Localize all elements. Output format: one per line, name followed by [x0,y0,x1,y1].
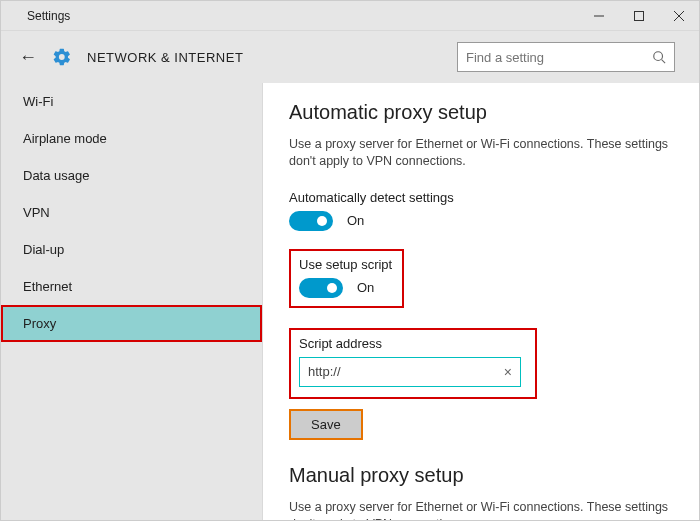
save-button-label: Save [311,417,341,432]
page-title: NETWORK & INTERNET [87,50,243,65]
sidebar-item-proxy[interactable]: Proxy [1,305,262,342]
titlebar: Settings [1,1,699,31]
auto-heading: Automatic proxy setup [289,101,673,124]
sidebar: Wi-Fi Airplane mode Data usage VPN Dial-… [1,83,263,521]
auto-detect-label: Automatically detect settings [289,190,673,205]
use-script-group: Use setup script On [289,249,404,308]
sidebar-item-airplane[interactable]: Airplane mode [1,120,262,157]
sidebar-item-label: VPN [23,205,50,220]
header: ← NETWORK & INTERNET [1,31,699,83]
script-address-input-wrap[interactable]: × [299,357,521,387]
svg-point-4 [654,52,663,61]
sidebar-item-label: Dial-up [23,242,64,257]
minimize-button[interactable] [579,1,619,31]
sidebar-item-label: Data usage [23,168,90,183]
svg-line-5 [662,60,666,64]
auto-detect-state: On [347,213,364,228]
auto-desc: Use a proxy server for Ethernet or Wi-Fi… [289,136,669,170]
search-input-wrap[interactable] [457,42,675,72]
close-button[interactable] [659,1,699,31]
sidebar-item-label: Wi-Fi [23,94,53,109]
clear-input-icon[interactable]: × [504,364,512,380]
sidebar-item-ethernet[interactable]: Ethernet [1,268,262,305]
search-icon [652,50,666,64]
use-script-state: On [357,280,374,295]
use-script-label: Use setup script [299,257,392,272]
sidebar-item-label: Ethernet [23,279,72,294]
use-script-toggle[interactable] [299,278,343,298]
search-input[interactable] [466,50,652,65]
back-button[interactable]: ← [19,47,37,68]
content: Automatic proxy setup Use a proxy server… [263,83,699,521]
manual-heading: Manual proxy setup [289,464,673,487]
sidebar-item-wifi[interactable]: Wi-Fi [1,83,262,120]
sidebar-item-label: Proxy [23,316,56,331]
sidebar-item-data-usage[interactable]: Data usage [1,157,262,194]
script-address-group: Script address × [289,328,537,399]
script-address-label: Script address [299,336,525,351]
svg-rect-1 [635,11,644,20]
sidebar-item-dialup[interactable]: Dial-up [1,231,262,268]
window-title: Settings [27,9,70,23]
save-button[interactable]: Save [289,409,363,440]
sidebar-item-label: Airplane mode [23,131,107,146]
manual-desc: Use a proxy server for Ethernet or Wi-Fi… [289,499,669,521]
gear-icon [51,47,73,67]
script-address-input[interactable] [308,364,504,379]
auto-detect-toggle[interactable] [289,211,333,231]
maximize-button[interactable] [619,1,659,31]
sidebar-item-vpn[interactable]: VPN [1,194,262,231]
